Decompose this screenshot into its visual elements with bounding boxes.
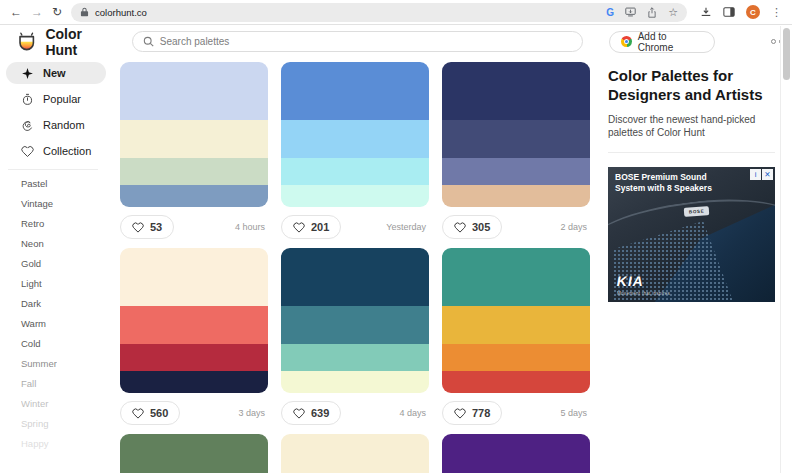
page-scrollbar[interactable]: [780, 26, 792, 473]
tag-summer[interactable]: Summer: [21, 358, 120, 378]
tag-dark[interactable]: Dark: [21, 298, 120, 318]
like-count: 305: [472, 221, 490, 233]
palette-color[interactable]: [120, 248, 268, 306]
heart-icon: [454, 222, 466, 233]
palette-color[interactable]: [442, 248, 590, 306]
palette-color[interactable]: [120, 344, 268, 372]
palette[interactable]: [442, 434, 590, 473]
palette-color[interactable]: [442, 344, 590, 372]
heart-icon: [293, 408, 305, 419]
palette[interactable]: [120, 434, 268, 473]
palette-color[interactable]: [120, 371, 268, 393]
random-icon: [21, 119, 34, 132]
palette-color[interactable]: [281, 434, 429, 473]
like-count: 53: [150, 221, 162, 233]
bookmark-star-icon[interactable]: ☆: [668, 6, 678, 19]
palette-color[interactable]: [281, 185, 429, 207]
palette-color[interactable]: [281, 344, 429, 372]
tag-happy[interactable]: Happy: [21, 438, 120, 458]
palette-color[interactable]: [120, 62, 268, 120]
sidebar-item-random[interactable]: Random: [6, 114, 106, 136]
like-button[interactable]: 778: [442, 401, 502, 425]
tag-spring[interactable]: Spring: [21, 418, 120, 438]
advertisement[interactable]: BOSE Premium SoundSystem with 8 Speakers…: [608, 167, 775, 302]
tag-cold[interactable]: Cold: [21, 338, 120, 358]
palette-color[interactable]: [442, 185, 590, 207]
url-bar[interactable]: colorhunt.co G ☆: [71, 3, 687, 22]
heart-icon: [454, 408, 466, 419]
sidebar: New Popular Random Collection PastelVint…: [0, 58, 120, 458]
heart-icon: [293, 222, 305, 233]
palette-color[interactable]: [442, 371, 590, 393]
side-panel-icon[interactable]: [723, 6, 735, 18]
palette[interactable]: [442, 62, 590, 207]
palette-color[interactable]: [442, 120, 590, 158]
sidebar-item-new[interactable]: New: [6, 62, 106, 84]
sidebar-item-collection[interactable]: Collection: [6, 140, 106, 162]
palette-color[interactable]: [120, 120, 268, 158]
sidebar-item-popular[interactable]: Popular: [6, 88, 106, 110]
palette[interactable]: [442, 248, 590, 393]
tag-neon[interactable]: Neon: [21, 238, 120, 258]
palette[interactable]: [120, 62, 268, 207]
palette-color[interactable]: [281, 158, 429, 186]
palette-color[interactable]: [120, 434, 268, 473]
palette-color[interactable]: [281, 248, 429, 306]
heart-icon: [132, 222, 144, 233]
colorhunt-logo-icon[interactable]: [16, 31, 37, 53]
profile-avatar[interactable]: C: [746, 5, 760, 19]
back-button[interactable]: ←: [10, 6, 22, 18]
palette-color[interactable]: [442, 434, 590, 473]
heart-icon: [132, 408, 144, 419]
palette-card: 305 2 days: [442, 62, 590, 248]
tag-fall[interactable]: Fall: [21, 378, 120, 398]
ad-info-button[interactable]: i: [750, 169, 761, 180]
tag-warm[interactable]: Warm: [21, 318, 120, 338]
palette[interactable]: [281, 62, 429, 207]
ad-close-button[interactable]: ✕: [762, 169, 773, 180]
palette-color[interactable]: [120, 158, 268, 186]
reload-button[interactable]: ↻: [52, 6, 62, 18]
palette-color[interactable]: [120, 185, 268, 207]
palette[interactable]: [281, 248, 429, 393]
share-icon[interactable]: [647, 7, 657, 18]
tag-winter[interactable]: Winter: [21, 398, 120, 418]
browser-menu-icon[interactable]: ⋮: [771, 6, 782, 19]
bose-badge: BOSE: [684, 206, 710, 217]
like-count: 201: [311, 221, 329, 233]
tag-vintage[interactable]: Vintage: [21, 198, 120, 218]
palette-color[interactable]: [281, 62, 429, 120]
add-to-chrome-button[interactable]: Add to Chrome: [609, 31, 715, 53]
like-button[interactable]: 305: [442, 215, 502, 239]
send-to-device-icon[interactable]: [625, 7, 636, 17]
search-placeholder: Search palettes: [160, 36, 230, 47]
like-button[interactable]: 639: [281, 401, 341, 425]
brand-title[interactable]: Color Hunt: [45, 26, 115, 58]
palette-color[interactable]: [120, 306, 268, 344]
palette[interactable]: [120, 248, 268, 393]
palette-color[interactable]: [281, 306, 429, 344]
palette-color[interactable]: [442, 306, 590, 344]
google-icon[interactable]: G: [606, 7, 614, 18]
like-count: 639: [311, 407, 329, 419]
right-rail: Color Palettes forDesigners and Artists …: [590, 58, 792, 302]
scrollbar-thumb[interactable]: [783, 28, 790, 80]
tag-light[interactable]: Light: [21, 278, 120, 298]
tag-gold[interactable]: Gold: [21, 258, 120, 278]
palette-color[interactable]: [281, 120, 429, 158]
popular-icon: [21, 93, 34, 106]
like-button[interactable]: 53: [120, 215, 174, 239]
forward-button[interactable]: →: [31, 6, 43, 18]
like-button[interactable]: 560: [120, 401, 180, 425]
tag-retro[interactable]: Retro: [21, 218, 120, 238]
palette-color[interactable]: [442, 158, 590, 186]
palette-color[interactable]: [442, 62, 590, 120]
downloads-icon[interactable]: [700, 6, 712, 18]
ad-headline: BOSE Premium SoundSystem with 8 Speakers: [615, 172, 712, 194]
like-button[interactable]: 201: [281, 215, 341, 239]
palette[interactable]: [281, 434, 429, 473]
palette-card: 778 5 days: [442, 248, 590, 434]
tag-pastel[interactable]: Pastel: [21, 178, 120, 198]
search-input[interactable]: Search palettes: [132, 31, 583, 52]
palette-color[interactable]: [281, 371, 429, 393]
